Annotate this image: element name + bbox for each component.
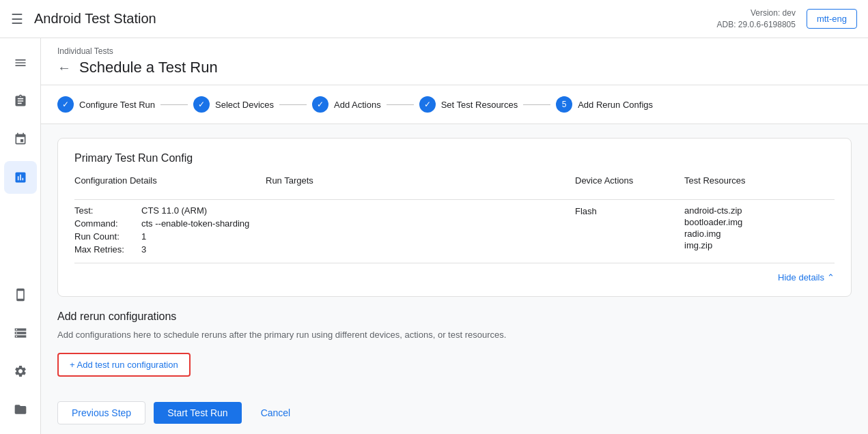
step-4: ✓ Set Test Resources	[419, 96, 518, 113]
page-header: Individual Tests ← Schedule a Test Run	[41, 38, 868, 85]
col-header-device-actions: Device Actions	[575, 175, 684, 194]
device-actions-col: Flash	[575, 205, 684, 216]
test-resources-col: android-cts.zip bootloader.img radio.img…	[684, 205, 835, 252]
device-action-flash: Flash	[575, 206, 597, 216]
sidebar-item-storage[interactable]	[4, 317, 37, 349]
col-header-run-targets: Run Targets	[266, 175, 575, 194]
command-key: Command:	[74, 218, 136, 229]
test-row: Test: CTS 11.0 (ARM)	[74, 205, 266, 216]
step-4-label: Set Test Resources	[441, 100, 518, 110]
step-3-label: Add Actions	[334, 100, 381, 110]
primary-config-card: Primary Test Run Config Configuration De…	[57, 138, 852, 297]
step-5-label: Add Rerun Configs	[578, 100, 653, 110]
main-layout: Individual Tests ← Schedule a Test Run ✓…	[0, 38, 868, 434]
app-title: Android Test Station	[34, 11, 156, 27]
resource-1: android-cts.zip	[684, 205, 835, 216]
test-value: CTS 11.0 (ARM)	[141, 205, 207, 216]
resource-3: radio.img	[684, 229, 835, 239]
previous-step-button[interactable]: Previous Step	[57, 401, 145, 424]
max-retries-row: Max Retries: 3	[74, 244, 266, 255]
page-title: Schedule a Test Run	[79, 59, 218, 76]
step-3-circle: ✓	[312, 96, 328, 113]
sidebar-item-analytics[interactable]	[4, 161, 37, 194]
sidebar-item-tasks[interactable]	[4, 85, 37, 117]
run-count-key: Run Count:	[74, 231, 136, 242]
col-header-config: Configuration Details	[74, 175, 266, 194]
hide-details-row: Hide details ⌃	[74, 263, 835, 283]
run-count-value: 1	[141, 231, 146, 242]
back-button[interactable]: ←	[57, 61, 71, 74]
cancel-button[interactable]: Cancel	[250, 402, 302, 424]
command-value: cts --enable-token-sharding	[141, 218, 249, 229]
resource-4: img.zip	[684, 240, 835, 250]
hide-details-button[interactable]: Hide details ⌃	[778, 272, 835, 283]
sidebar	[0, 38, 41, 434]
config-details-col: Test: CTS 11.0 (ARM) Command: cts --enab…	[74, 205, 266, 255]
step-5: 5 Add Rerun Configs	[556, 96, 653, 113]
step-1-circle: ✓	[57, 96, 74, 113]
card-title: Primary Test Run Config	[74, 152, 835, 164]
step-2-circle: ✓	[193, 96, 210, 113]
content-area: Individual Tests ← Schedule a Test Run ✓…	[41, 38, 868, 434]
connector-2	[279, 104, 307, 105]
command-row: Command: cts --enable-token-sharding	[74, 218, 266, 229]
step-1-label: Configure Test Run	[79, 100, 155, 110]
step-3: ✓ Add Actions	[312, 96, 381, 113]
add-rerun-section: Add rerun configurations Add configurati…	[57, 310, 852, 377]
footer-actions: Previous Step Start Test Run Cancel	[41, 390, 868, 435]
resource-2: bootloader.img	[684, 217, 835, 227]
menu-icon[interactable]: ☰	[11, 11, 23, 27]
page-title-row: ← Schedule a Test Run	[57, 59, 852, 85]
max-retries-value: 3	[141, 244, 146, 255]
step-4-circle: ✓	[419, 96, 436, 113]
version-info: Version: dev ADB: 29.0.6-6198805	[717, 8, 796, 31]
add-config-button[interactable]: + Add test run configuration	[57, 353, 191, 377]
col-header-test-resources: Test Resources	[684, 175, 835, 194]
step-2: ✓ Select Devices	[193, 96, 274, 113]
sidebar-item-list[interactable]	[4, 46, 37, 79]
sidebar-item-devices[interactable]	[4, 278, 37, 311]
run-count-row: Run Count: 1	[74, 231, 266, 242]
stepper: ✓ Configure Test Run ✓ Select Devices ✓ …	[41, 85, 868, 124]
sidebar-item-settings[interactable]	[4, 355, 37, 388]
page-body: Primary Test Run Config Configuration De…	[41, 124, 868, 390]
app-bar-left: ☰ Android Test Station	[11, 11, 156, 27]
sidebar-item-folder[interactable]	[4, 393, 37, 426]
chevron-up-icon: ⌃	[827, 272, 835, 283]
start-test-run-button[interactable]: Start Test Run	[154, 402, 241, 424]
app-bar: ☰ Android Test Station Version: dev ADB:…	[0, 0, 868, 38]
connector-4	[523, 104, 550, 105]
max-retries-key: Max Retries:	[74, 244, 136, 255]
step-1: ✓ Configure Test Run	[57, 96, 155, 113]
profile-button[interactable]: mtt-eng	[807, 9, 857, 29]
add-rerun-description: Add configurations here to schedule reru…	[57, 328, 852, 342]
connector-3	[387, 104, 414, 105]
app-bar-right: Version: dev ADB: 29.0.6-6198805 mtt-eng	[717, 8, 858, 31]
add-rerun-title: Add rerun configurations	[57, 310, 852, 323]
sidebar-item-calendar[interactable]	[4, 123, 37, 156]
test-key: Test:	[74, 205, 136, 216]
breadcrumb: Individual Tests	[57, 46, 852, 56]
connector-1	[160, 104, 188, 105]
step-2-label: Select Devices	[215, 100, 274, 110]
step-5-circle: 5	[556, 96, 572, 113]
